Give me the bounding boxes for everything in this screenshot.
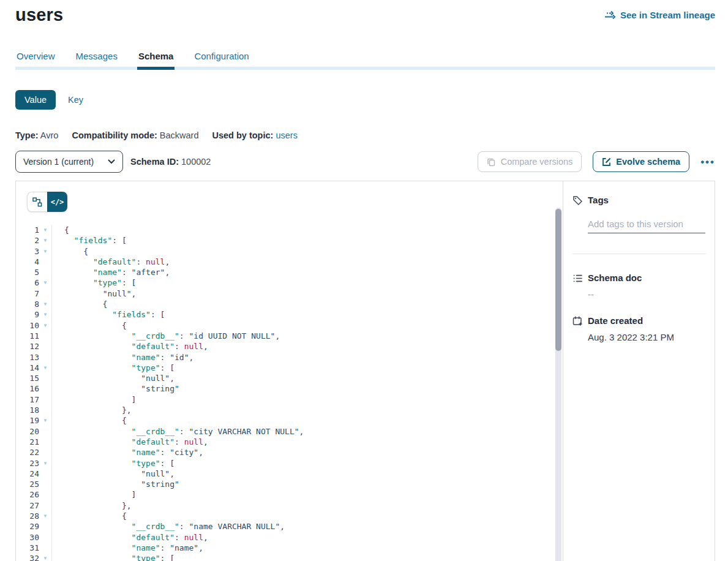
fold-marker[interactable]: ▼ (39, 299, 52, 309)
code-line: 5 "name": "after", (16, 267, 563, 277)
code-line: 32▼ "type": [ (16, 553, 563, 561)
fold-marker[interactable]: ▼ (39, 235, 52, 246)
code-line: 6▼ "type": [ (16, 277, 563, 288)
schema-doc-section: Schema doc -- (572, 273, 706, 299)
fold-marker[interactable]: ▼ (39, 225, 52, 235)
code-line: 13 "name": "id", (16, 352, 563, 363)
schema-meta: Type: Avro Compatibility mode: Backward … (15, 130, 715, 140)
list-icon (572, 273, 583, 299)
fold-marker[interactable]: ▼ (39, 363, 52, 373)
line-number: 18 (16, 405, 39, 415)
code-line: 14▼ "type": [ (16, 363, 563, 373)
line-number: 13 (16, 352, 39, 363)
line-number: 6 (16, 277, 39, 288)
add-tags-input[interactable] (588, 217, 705, 233)
fold-marker[interactable]: ▼ (39, 277, 52, 288)
fold-marker (39, 383, 52, 394)
code-line: 2▼ "fields": [ (16, 235, 563, 246)
version-select[interactable]: Version 1 (current) (15, 151, 123, 173)
schema-code-panel: </> 1▼{2▼ "fields": [3▼ {4 "default": nu… (16, 181, 563, 561)
code-line: 29 "__crdb__": "name VARCHAR NULL", (16, 521, 563, 532)
line-number: 4 (16, 257, 39, 267)
date-created-section: Date created Aug. 3 2022 3:21 PM (572, 315, 706, 342)
fold-marker (39, 437, 52, 447)
fold-marker (39, 479, 52, 489)
fold-marker (39, 373, 52, 383)
editor-scrollbar-thumb[interactable] (555, 209, 561, 351)
fold-marker (39, 288, 52, 299)
evolve-schema-button[interactable]: Evolve schema (593, 151, 689, 172)
tab-schema[interactable]: Schema (137, 48, 175, 70)
fold-marker[interactable]: ▼ (39, 309, 52, 320)
line-number: 19 (16, 415, 39, 426)
stream-lineage-link[interactable]: See in Stream lineage (604, 10, 715, 20)
editor-scrollbar-track[interactable] (555, 208, 561, 561)
line-number: 27 (16, 500, 39, 511)
fold-marker[interactable]: ▼ (39, 246, 52, 257)
tags-section: Tags (572, 195, 706, 233)
fold-marker[interactable]: ▼ (39, 458, 52, 469)
fold-marker (39, 521, 52, 532)
code-line: 10▼ { (16, 320, 563, 331)
code-view-button[interactable]: </> (47, 192, 67, 212)
topic-link[interactable]: users (276, 130, 297, 140)
code-line: 15 "null", (16, 373, 563, 383)
fold-marker (39, 331, 52, 341)
tag-icon (572, 195, 583, 233)
code-line: 1▼{ (16, 225, 563, 235)
code-line: 26 ] (16, 489, 563, 500)
code-line: 20 "__crdb__": "city VARCHAR NOT NULL", (16, 426, 563, 437)
fold-marker (39, 341, 52, 352)
code-line: 30 "default": null, (16, 532, 563, 543)
more-options-button[interactable]: ••• (700, 154, 715, 170)
line-number: 9 (16, 309, 39, 320)
key-toggle-button[interactable]: Key (61, 90, 91, 110)
copy-icon (487, 157, 496, 167)
line-number: 23 (16, 458, 39, 469)
code-line: 24 "null", (16, 469, 563, 479)
compare-versions-button[interactable]: Compare versions (478, 151, 582, 172)
schema-id-field: Schema ID: 100002 (130, 157, 211, 167)
line-number: 8 (16, 299, 39, 309)
compatibility-field: Compatibility mode: Backward (72, 130, 198, 140)
code-line: 9▼ "fields": [ (16, 309, 563, 320)
code-line: 16 "string" (16, 383, 563, 394)
line-number: 25 (16, 479, 39, 489)
tab-bar: OverviewMessagesSchemaConfiguration (15, 48, 715, 70)
code-line: 8▼ { (16, 299, 563, 309)
schema-card: </> 1▼{2▼ "fields": [3▼ {4 "default": nu… (15, 181, 715, 561)
fold-marker[interactable]: ▼ (39, 320, 52, 331)
fold-marker (39, 352, 52, 363)
line-number: 30 (16, 532, 39, 543)
tree-view-button[interactable] (27, 192, 47, 212)
code-line: 27 }, (16, 500, 563, 511)
code-line: 25 "string" (16, 479, 563, 489)
schema-doc-heading: Schema doc (588, 273, 706, 283)
edit-icon (602, 157, 611, 167)
line-number: 32 (16, 553, 39, 561)
line-number: 11 (16, 331, 39, 341)
fold-marker[interactable]: ▼ (39, 553, 52, 561)
line-number: 21 (16, 437, 39, 447)
code-line: 21 "default": null, (16, 437, 563, 447)
fold-marker (39, 426, 52, 437)
line-number: 31 (16, 543, 39, 553)
line-number: 5 (16, 267, 39, 277)
schema-json-editor: 1▼{2▼ "fields": [3▼ {4 "default": null,5… (16, 225, 563, 561)
line-number: 28 (16, 511, 39, 521)
line-number: 12 (16, 341, 39, 352)
tags-heading: Tags (588, 195, 706, 205)
fold-marker[interactable]: ▼ (39, 511, 52, 521)
fold-marker[interactable]: ▼ (39, 415, 52, 426)
line-number: 7 (16, 288, 39, 299)
tree-view-icon (32, 197, 42, 207)
calendar-icon (572, 315, 583, 342)
line-number: 14 (16, 363, 39, 373)
line-number: 26 (16, 489, 39, 500)
line-number: 22 (16, 447, 39, 457)
code-line: 17 ] (16, 394, 563, 405)
fold-marker (39, 394, 52, 405)
line-number: 24 (16, 469, 39, 479)
code-line: 23▼ "type": [ (16, 458, 563, 469)
value-toggle-button[interactable]: Value (15, 90, 56, 110)
